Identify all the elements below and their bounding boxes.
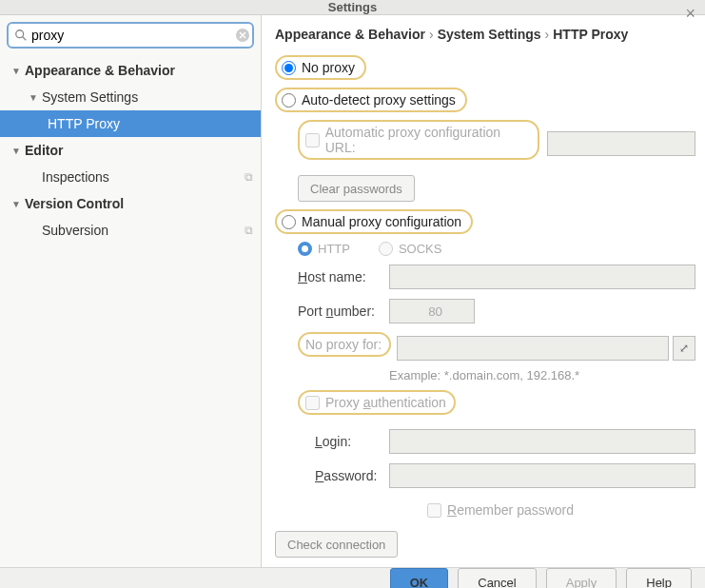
checkbox-auth[interactable]: Proxy authentication xyxy=(298,390,456,415)
content-pane: Appearance & Behavior›System Settings›HT… xyxy=(262,15,705,567)
radio-socks[interactable]: SOCKS xyxy=(379,242,442,256)
password-label: Password: xyxy=(315,468,389,483)
login-label: Login: xyxy=(315,434,389,449)
tree-version-control[interactable]: ▼Version Control xyxy=(0,190,261,217)
profile-icon: ⧉ xyxy=(245,224,253,237)
no-proxy-for-input[interactable] xyxy=(397,336,669,361)
no-proxy-for-label: No proxy for: xyxy=(298,332,391,357)
checkbox-auth-input[interactable] xyxy=(305,396,320,410)
checkbox-remember[interactable] xyxy=(427,503,441,518)
check-connection-button[interactable]: Check connection xyxy=(275,531,398,558)
svg-point-0 xyxy=(16,30,24,38)
search-input[interactable] xyxy=(28,28,235,43)
port-label: Port number: xyxy=(298,304,389,319)
chevron-right-icon: › xyxy=(545,27,550,42)
radio-auto-detect-input[interactable] xyxy=(282,93,296,108)
radio-http[interactable]: HTTP xyxy=(298,242,350,256)
footer: OK Cancel Apply Help xyxy=(0,568,705,588)
password-input[interactable] xyxy=(389,463,695,488)
clear-passwords-button[interactable]: Clear passwords xyxy=(298,175,415,202)
example-text: Example: *.domain.com, 192.168.* xyxy=(389,368,695,382)
expand-icon[interactable]: ⤢ xyxy=(673,336,695,361)
radio-auto-detect[interactable]: Auto-detect proxy settings xyxy=(275,88,467,112)
host-input[interactable] xyxy=(389,265,695,289)
port-input[interactable] xyxy=(389,299,475,323)
titlebar: Settings × xyxy=(0,0,705,15)
radio-dot-icon xyxy=(298,242,312,256)
help-button[interactable]: Help xyxy=(626,568,692,588)
radio-manual-input[interactable] xyxy=(282,215,296,229)
chevron-down-icon: ▼ xyxy=(11,146,21,156)
tree-appearance-behavior[interactable]: ▼Appearance & Behavior xyxy=(0,57,261,84)
host-label: Host name: xyxy=(298,269,389,284)
checkbox-auto-url[interactable]: Automatic proxy configuration URL: xyxy=(298,120,539,160)
tree-system-settings[interactable]: ▼System Settings xyxy=(0,84,261,110)
chevron-right-icon: › xyxy=(429,27,434,42)
settings-tree: ▼Appearance & Behavior ▼System Settings … xyxy=(0,55,261,244)
radio-no-proxy[interactable]: No proxy xyxy=(275,55,366,80)
tree-inspections[interactable]: ▼Inspections⧉ xyxy=(0,164,261,190)
breadcrumb: Appearance & Behavior›System Settings›HT… xyxy=(275,27,695,42)
checkbox-auto-url-input[interactable] xyxy=(305,133,320,147)
profile-icon: ⧉ xyxy=(245,170,253,184)
radio-no-proxy-input[interactable] xyxy=(282,61,296,75)
apply-button[interactable]: Apply xyxy=(546,568,617,588)
search-icon xyxy=(14,29,28,42)
chevron-down-icon: ▼ xyxy=(29,92,38,103)
ok-button[interactable]: OK xyxy=(390,568,449,588)
auto-url-input[interactable] xyxy=(547,131,695,156)
main: ▼Appearance & Behavior ▼System Settings … xyxy=(0,15,705,568)
tree-editor[interactable]: ▼Editor xyxy=(0,137,261,164)
tree-subversion[interactable]: ▼Subversion⧉ xyxy=(0,217,261,244)
login-input[interactable] xyxy=(389,429,695,454)
chevron-down-icon: ▼ xyxy=(11,66,21,76)
radio-socks-input[interactable] xyxy=(379,242,393,256)
window-title: Settings xyxy=(328,0,377,14)
tree-http-proxy[interactable]: HTTP Proxy xyxy=(0,110,261,137)
radio-manual[interactable]: Manual proxy configuration xyxy=(275,209,473,234)
clear-icon[interactable] xyxy=(235,28,250,43)
close-icon[interactable]: × xyxy=(685,4,695,24)
sidebar: ▼Appearance & Behavior ▼System Settings … xyxy=(0,15,262,567)
chevron-down-icon: ▼ xyxy=(11,199,21,209)
cancel-button[interactable]: Cancel xyxy=(458,568,536,588)
svg-line-1 xyxy=(23,37,27,41)
search-field[interactable] xyxy=(7,22,254,49)
